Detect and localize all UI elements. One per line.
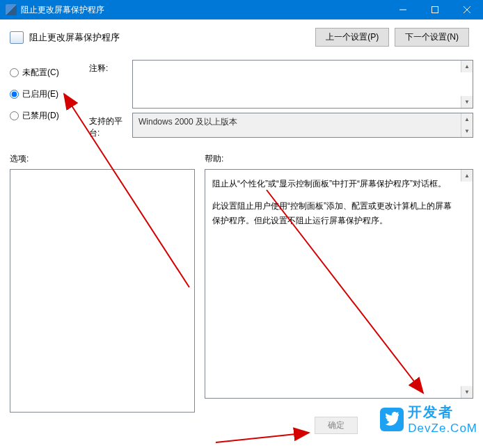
help-label: 帮助: (205, 153, 473, 165)
ok-button[interactable]: 确定 (315, 417, 358, 434)
window-controls (387, 0, 483, 19)
svg-line-6 (216, 433, 309, 442)
header-row: 阻止更改屏幕保护程序 上一个设置(P) 下一个设置(N) (0, 19, 483, 54)
scroll-up-icon[interactable]: ▲ (461, 113, 473, 125)
twitter-icon (380, 408, 404, 431)
close-button[interactable] (451, 0, 483, 19)
scroll-up-icon[interactable]: ▲ (461, 61, 473, 72)
platform-box: Windows 2000 及以上版本 ▲ ▼ (132, 113, 473, 138)
scroll-down-icon[interactable]: ▼ (461, 386, 473, 398)
radio-group: 未配置(C) 已启用(E) 已禁用(D) (10, 60, 79, 143)
watermark-domain: DevZe.CoM (408, 422, 477, 435)
options-panel (10, 169, 195, 413)
svg-rect-1 (432, 7, 438, 13)
radio-disabled[interactable]: 已禁用(D) (10, 110, 79, 122)
scroll-down-icon[interactable]: ▼ (461, 96, 473, 108)
help-panel: 阻止从“个性化”或“显示控制面板”中打开“屏幕保护程序”对话框。 此设置阻止用户… (205, 169, 473, 399)
options-label: 选项: (10, 153, 195, 165)
radio-enabled[interactable]: 已启用(E) (10, 88, 79, 100)
title-bar: 阻止更改屏幕保护程序 (0, 0, 483, 19)
comment-label: 注释: (89, 60, 132, 74)
scroll-down-icon[interactable]: ▼ (461, 125, 473, 137)
platform-value: Windows 2000 及以上版本 (138, 117, 237, 127)
policy-title: 阻止更改屏幕保护程序 (29, 31, 315, 44)
radio-not-configured[interactable]: 未配置(C) (10, 67, 79, 79)
policy-icon (10, 31, 24, 44)
scroll-up-icon[interactable]: ▲ (461, 170, 473, 182)
watermark-brand: 开发者 (408, 403, 477, 422)
app-icon (6, 4, 17, 15)
minimize-button[interactable] (387, 0, 419, 19)
platform-label: 支持的平台: (89, 113, 132, 139)
watermark: 开发者 DevZe.CoM (380, 403, 477, 435)
help-paragraph: 此设置阻止用户使用“控制面板”添加、配置或更改计算机上的屏幕保护程序。但此设置不… (212, 199, 454, 227)
help-paragraph: 阻止从“个性化”或“显示控制面板”中打开“屏幕保护程序”对话框。 (212, 177, 454, 191)
comment-textarea[interactable]: ▲ ▼ (132, 60, 473, 109)
previous-setting-button[interactable]: 上一个设置(P) (315, 28, 389, 47)
maximize-button[interactable] (419, 0, 451, 19)
next-setting-button[interactable]: 下一个设置(N) (395, 28, 469, 47)
window-title: 阻止更改屏幕保护程序 (21, 4, 387, 16)
